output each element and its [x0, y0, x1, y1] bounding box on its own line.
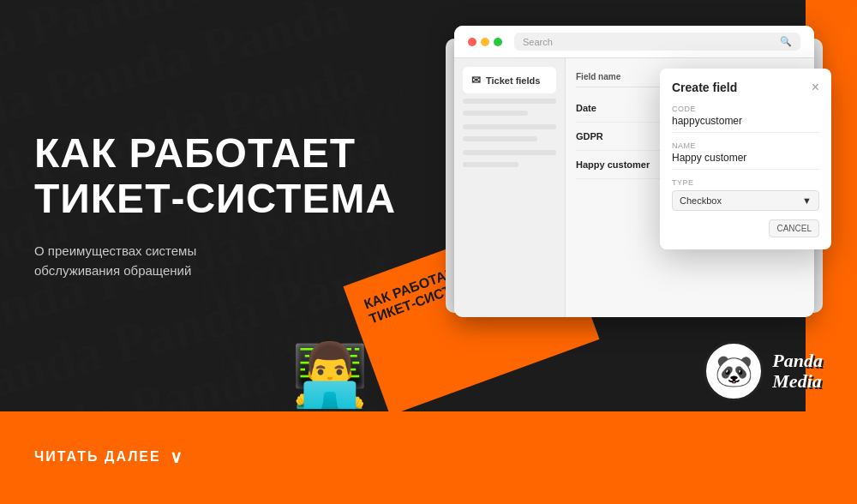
row-gdpr-field: GDPR: [576, 131, 670, 141]
envelope-icon: ✉: [471, 74, 481, 87]
sidebar-line-4: [463, 136, 537, 141]
cta-label: ЧИТАТЬ ДАЛЕЕ: [34, 449, 161, 465]
modal-type-label: Type: [672, 178, 819, 187]
search-placeholder: Search: [523, 37, 553, 47]
row-date-field: Date: [576, 103, 670, 113]
main-title: КАК РАБОТАЕТ ТИКЕТ-СИСТЕМА: [34, 131, 411, 222]
sidebar-line-1: [463, 99, 556, 104]
modal-code-label: Code: [672, 105, 819, 113]
row-happy-field: Happy customer: [576, 159, 670, 170]
bottom-cta-area: ЧИТАТЬ ДАЛЕЕ ∨: [0, 410, 394, 504]
subtitle-text: О преимуществах системыобслуживания обра…: [34, 242, 411, 280]
panda-text-line1: Panda: [772, 351, 823, 371]
tl-yellow: [481, 38, 489, 46]
chevron-down-icon: ▼: [802, 195, 812, 206]
modal-code-value: happycustomer: [672, 115, 819, 133]
panda-emoji: 🐼: [715, 353, 753, 389]
modal-type-value: Checkbox: [680, 195, 722, 206]
search-icon: 🔍: [780, 36, 792, 47]
col-header-field-name: Field name: [576, 72, 670, 81]
tl-red: [468, 38, 476, 46]
tl-green: [494, 38, 502, 46]
cancel-button[interactable]: CANCEL: [769, 219, 819, 237]
modal-name-value: Happy customer: [672, 152, 819, 170]
modal-close-button[interactable]: ×: [812, 81, 819, 94]
person-emoji: 👨‍💻: [291, 339, 369, 411]
panda-text-line2: Media: [772, 371, 823, 392]
traffic-lights: [468, 38, 502, 46]
panda-logo-text: Panda Media: [772, 351, 823, 392]
sidebar-active-label: Ticket fields: [486, 75, 540, 86]
panda-media-logo: 🐼 Panda Media: [704, 341, 823, 401]
modal-name-label: Name: [672, 141, 819, 150]
ui-screenshot-container: Search 🔍 ✉ Ticket fields: [437, 26, 831, 351]
ui-sidebar: ✉ Ticket fields: [454, 58, 566, 317]
sidebar-line-2: [463, 111, 528, 116]
search-bar[interactable]: Search 🔍: [514, 33, 800, 51]
ui-panel-header: Search 🔍: [454, 26, 814, 58]
cta-arrow-icon: ∨: [170, 447, 184, 467]
read-more-button[interactable]: ЧИТАТЬ ДАЛЕЕ ∨: [34, 447, 184, 467]
modal-footer: CANCEL: [672, 219, 819, 237]
sidebar-line-6: [463, 162, 518, 167]
modal-type-select[interactable]: Checkbox ▼: [672, 190, 819, 211]
modal-header: Create field ×: [672, 81, 819, 94]
modal-title: Create field: [672, 81, 737, 94]
sidebar-line-5: [463, 150, 556, 155]
sidebar-line-3: [463, 124, 556, 129]
sidebar-item-ticket-fields[interactable]: ✉ Ticket fields: [463, 67, 556, 93]
create-field-modal: Create field × Code happycustomer Name H…: [660, 69, 831, 249]
panda-logo-circle: 🐼: [704, 341, 764, 401]
